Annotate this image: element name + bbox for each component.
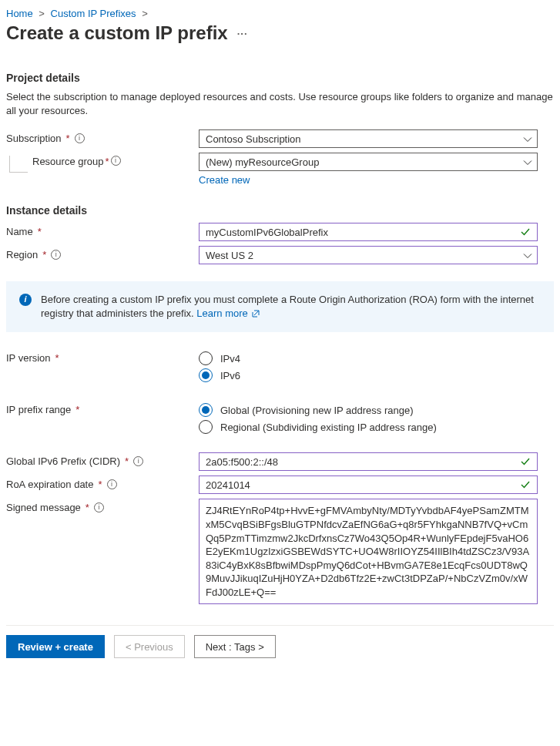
subscription-label: Subscription <box>6 133 62 144</box>
tree-line-icon <box>9 156 28 173</box>
name-value: myCustomIPv6GlobalPrefix <box>206 227 328 238</box>
info-icon[interactable]: i <box>75 133 85 143</box>
row-roa-date: RoA expiration date * i 20241014 <box>6 475 554 494</box>
next-button[interactable]: Next : Tags > <box>194 635 276 658</box>
section-project-details-title: Project details <box>6 72 554 84</box>
row-region: Region * i West US 2 <box>6 246 554 264</box>
review-create-button[interactable]: Review + create <box>6 635 105 658</box>
chevron-right-icon: > <box>39 8 45 19</box>
info-icon[interactable]: i <box>107 479 117 489</box>
ip-prefix-range-label: IP prefix range <box>6 404 71 415</box>
banner-text: Before creating a custom IP prefix you m… <box>41 294 534 319</box>
breadcrumb: Home > Custom IP Prefixes > <box>6 8 554 19</box>
roa-date-value: 20241014 <box>206 479 250 491</box>
ipv4-label: IPv4 <box>220 353 240 365</box>
check-icon <box>520 227 531 237</box>
info-icon[interactable]: i <box>51 250 61 260</box>
signed-message-textarea[interactable]: ZJ4RtEYnRoP4tp+HvvE+gFMVAmbyNty/MDTyYvbd… <box>199 499 538 604</box>
signed-message-label: Signed message <box>6 502 81 513</box>
section-project-details-desc: Select the subscription to manage deploy… <box>6 90 554 117</box>
row-cidr: Global IPv6 Prefix (CIDR) * i 2a05:f500:… <box>6 452 554 471</box>
name-input[interactable]: myCustomIPv6GlobalPrefix <box>199 223 538 241</box>
resource-group-value: (New) myResourceGroup <box>206 156 319 168</box>
radio-selected-icon <box>199 368 213 382</box>
cidr-label: Global IPv6 Prefix (CIDR) <box>6 455 120 467</box>
required-icon: * <box>75 404 79 415</box>
chevron-down-icon <box>523 251 532 260</box>
ipv6-label: IPv6 <box>220 370 240 381</box>
required-icon: * <box>55 352 59 364</box>
breadcrumb-home[interactable]: Home <box>6 8 33 19</box>
ip-range-global-option[interactable]: Global (Provisioning new IP address rang… <box>199 403 538 417</box>
row-subscription: Subscription * i Contoso Subscription <box>6 129 554 148</box>
section-instance-details-title: Instance details <box>6 204 554 217</box>
required-icon: * <box>42 249 46 260</box>
previous-button[interactable]: < Previous <box>114 635 185 658</box>
check-icon <box>520 456 531 467</box>
info-icon[interactable]: i <box>94 502 104 512</box>
row-resource-group: Resource group * i (New) myResourceGroup… <box>6 153 554 186</box>
resource-group-select[interactable]: (New) myResourceGroup <box>199 153 538 171</box>
row-name: Name * myCustomIPv6GlobalPrefix <box>6 223 554 241</box>
subscription-select[interactable]: Contoso Subscription <box>199 129 538 148</box>
info-filled-icon: i <box>19 294 32 306</box>
region-value: West US 2 <box>206 250 253 261</box>
info-icon[interactable]: i <box>133 456 143 466</box>
learn-more-link[interactable]: Learn more <box>196 307 260 319</box>
more-menu[interactable]: ··· <box>237 28 248 39</box>
cidr-input[interactable]: 2a05:f500:2::/48 <box>199 452 538 471</box>
ip-version-label: IP version <box>6 352 51 364</box>
page-title-text: Create a custom IP prefix <box>6 22 228 44</box>
page-title: Create a custom IP prefix ··· <box>6 22 554 44</box>
required-icon: * <box>125 455 129 467</box>
info-banner: i Before creating a custom IP prefix you… <box>6 281 554 332</box>
required-icon: * <box>38 226 42 237</box>
roa-date-label: RoA expiration date <box>6 479 93 490</box>
wizard-footer: Review + create < Previous Next : Tags > <box>6 626 554 658</box>
regional-label: Regional (Subdividing existing IP addres… <box>220 422 437 433</box>
subscription-value: Contoso Subscription <box>206 133 301 145</box>
name-label: Name <box>6 226 33 237</box>
ip-range-regional-option[interactable]: Regional (Subdividing existing IP addres… <box>199 420 538 434</box>
required-icon: * <box>86 502 89 513</box>
required-icon: * <box>98 479 102 490</box>
required-icon: * <box>66 133 70 144</box>
global-label: Global (Provisioning new IP address rang… <box>220 405 414 416</box>
external-link-icon <box>250 307 260 319</box>
row-ip-version: IP version * IPv4 IPv6 <box>6 349 554 385</box>
roa-date-input[interactable]: 20241014 <box>199 475 538 494</box>
row-ip-prefix-range: IP prefix range * Global (Provisioning n… <box>6 401 554 437</box>
radio-icon <box>199 351 213 365</box>
create-new-link[interactable]: Create new <box>199 174 250 186</box>
learn-more-text: Learn more <box>196 307 247 319</box>
radio-selected-icon <box>199 403 213 417</box>
region-label: Region <box>6 249 38 260</box>
resource-group-label: Resource group <box>32 156 104 167</box>
chevron-right-icon: > <box>142 8 148 19</box>
chevron-down-icon <box>523 158 532 167</box>
radio-icon <box>199 420 213 434</box>
ip-version-ipv6-option[interactable]: IPv6 <box>199 368 538 382</box>
required-icon: * <box>106 156 109 167</box>
ip-version-ipv4-option[interactable]: IPv4 <box>199 351 538 365</box>
check-icon <box>520 479 531 490</box>
chevron-down-icon <box>523 135 532 144</box>
region-select[interactable]: West US 2 <box>199 246 538 264</box>
breadcrumb-custom-ip-prefixes[interactable]: Custom IP Prefixes <box>51 8 136 19</box>
cidr-value: 2a05:f500:2::/48 <box>206 456 278 468</box>
info-icon[interactable]: i <box>111 156 121 166</box>
row-signed-message: Signed message * i ZJ4RtEYnRoP4tp+HvvE+g… <box>6 499 554 604</box>
